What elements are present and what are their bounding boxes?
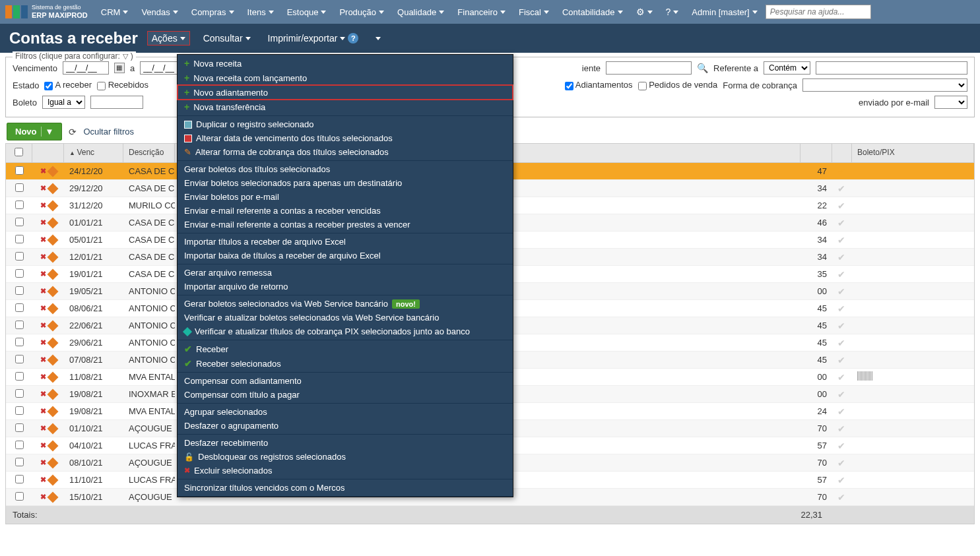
row-checkbox[interactable]	[15, 475, 24, 483]
col-descricao[interactable]: Descrição	[123, 144, 175, 162]
row-checkbox[interactable]	[15, 338, 24, 346]
menu-item[interactable]: Verificar e atualizar títulos de cobranç…	[178, 324, 513, 338]
menu-item[interactable]: Importar baixa de títulos a receber de a…	[178, 249, 513, 263]
menu-item[interactable]: Duplicar o registro selecionado	[178, 117, 513, 131]
forma-cobranca-select[interactable]	[802, 78, 967, 92]
help-icon[interactable]: ?	[348, 33, 358, 44]
delete-icon[interactable]: ✖	[40, 338, 46, 347]
referente-input[interactable]	[816, 61, 967, 75]
row-checkbox[interactable]	[15, 286, 24, 295]
menu-item[interactable]: Enviar e-mail referente a contas a receb…	[178, 204, 513, 218]
menu-item[interactable]: +Nova receita com lançamento	[178, 71, 513, 85]
menu-item[interactable]: 🔓Desbloquear os registros selecionados	[178, 450, 513, 464]
menu-item[interactable]: Agrupar selecionados	[178, 405, 513, 419]
menu-item[interactable]: ✎Alterar forma de cobrança dos títulos s…	[178, 145, 513, 159]
menu-item[interactable]: Enviar e-mail referente a contas a receb…	[178, 218, 513, 232]
delete-icon[interactable]: ✖	[40, 458, 46, 467]
delete-icon[interactable]: ✖	[40, 304, 46, 313]
boleto-select[interactable]: Igual a	[42, 96, 85, 109]
consultar-menu[interactable]: Consultar	[199, 32, 255, 45]
nav-produção[interactable]: Produção	[334, 5, 389, 20]
menu-item[interactable]: +Nova receita	[178, 56, 513, 71]
boleto-input[interactable]	[90, 96, 143, 109]
row-checkbox[interactable]	[15, 303, 24, 312]
row-checkbox[interactable]	[15, 492, 24, 501]
delete-icon[interactable]: ✖	[40, 184, 46, 193]
enviado-email-select[interactable]	[934, 96, 967, 109]
edit-icon[interactable]	[47, 491, 58, 503]
delete-icon[interactable]: ✖	[40, 407, 46, 416]
menu-item[interactable]: Gerar arquivo remessa	[178, 266, 513, 280]
menu-item[interactable]: Compensar com título a pagar	[178, 388, 513, 402]
row-checkbox[interactable]	[15, 423, 24, 432]
menu-item[interactable]: ✖Excluir selecionados	[178, 464, 513, 478]
edit-icon[interactable]	[47, 423, 58, 434]
edit-icon[interactable]	[47, 303, 58, 314]
nav-compras[interactable]: Compras	[186, 5, 240, 20]
edit-icon[interactable]	[47, 457, 58, 468]
settings-menu[interactable]: ⚙	[631, 4, 658, 20]
row-checkbox[interactable]	[15, 252, 24, 261]
imprimir-menu[interactable]: Imprimir/exportar?	[264, 32, 363, 45]
calendar-icon[interactable]: ▦	[114, 63, 125, 73]
edit-icon[interactable]	[47, 251, 58, 263]
edit-icon[interactable]	[47, 474, 58, 485]
edit-icon[interactable]	[47, 183, 58, 194]
menu-item[interactable]: Desfazer o agrupamento	[178, 419, 513, 433]
nav-financeiro[interactable]: Financeiro	[452, 5, 511, 20]
a-receber-checkbox[interactable]: A receber	[44, 80, 92, 90]
pedidos-venda-checkbox[interactable]: Pedidos de venda	[638, 80, 718, 90]
adiantamentos-checkbox[interactable]: Adiantamentos	[565, 80, 633, 90]
referente-select[interactable]: Contém	[764, 61, 810, 75]
search-help-input[interactable]	[766, 5, 871, 19]
delete-icon[interactable]: ✖	[40, 218, 46, 227]
col-boleto[interactable]: Boleto/PIX	[852, 144, 974, 162]
menu-item[interactable]: Desfazer recebimento	[178, 436, 513, 450]
menu-item[interactable]: Enviar boletos por e-mail	[178, 190, 513, 204]
novo-button[interactable]: Novo▼	[7, 123, 62, 140]
nav-itens[interactable]: Itens	[242, 5, 279, 20]
acoes-menu[interactable]: Ações	[147, 31, 190, 46]
menu-item[interactable]: Importar títulos a receber de arquivo Ex…	[178, 235, 513, 249]
menu-item[interactable]: +Nova transferência	[178, 100, 513, 114]
row-checkbox[interactable]	[15, 321, 24, 329]
delete-icon[interactable]: ✖	[40, 253, 46, 261]
nav-fiscal[interactable]: Fiscal	[513, 5, 554, 20]
row-checkbox[interactable]	[15, 269, 24, 278]
edit-icon[interactable]	[47, 388, 58, 400]
nav-crm[interactable]: CRM	[96, 5, 134, 20]
menu-item[interactable]: Sincronizar títulos vencidos com o Merco…	[178, 481, 513, 495]
menu-item[interactable]: Compensar com adiantamento	[178, 374, 513, 388]
delete-icon[interactable]: ✖	[40, 270, 46, 278]
more-menu[interactable]	[372, 36, 385, 42]
col-venc[interactable]: Venc	[64, 144, 123, 162]
menu-item[interactable]: Alterar data de vencimento dos títulos s…	[178, 131, 513, 145]
edit-icon[interactable]	[47, 440, 58, 451]
refresh-icon[interactable]: ⟳	[69, 127, 77, 137]
edit-icon[interactable]	[47, 268, 58, 280]
delete-icon[interactable]: ✖	[40, 476, 46, 484]
row-checkbox[interactable]	[15, 406, 24, 415]
delete-icon[interactable]: ✖	[40, 287, 46, 295]
help-menu[interactable]: ?	[661, 4, 684, 20]
delete-icon[interactable]: ✖	[40, 167, 46, 175]
nav-vendas[interactable]: Vendas	[136, 5, 183, 20]
menu-item[interactable]: +Novo adiantamento	[178, 85, 513, 100]
edit-icon[interactable]	[47, 286, 58, 297]
delete-icon[interactable]: ✖	[40, 424, 46, 433]
row-checkbox[interactable]	[15, 166, 24, 175]
select-all-header[interactable]	[6, 144, 32, 162]
row-checkbox[interactable]	[15, 458, 24, 466]
row-checkbox[interactable]	[15, 372, 24, 381]
menu-item[interactable]: Verificar e atualizar boletos selecionad…	[178, 311, 513, 324]
row-checkbox[interactable]	[15, 389, 24, 398]
menu-item[interactable]: Gerar boletos selecionados via Web Servi…	[178, 297, 513, 311]
delete-icon[interactable]: ✖	[40, 321, 46, 330]
delete-icon[interactable]: ✖	[40, 355, 46, 364]
admin-menu[interactable]: Admin [master]	[686, 5, 762, 20]
row-checkbox[interactable]	[15, 218, 24, 226]
nav-contabilidade[interactable]: Contabilidade	[557, 5, 628, 20]
edit-icon[interactable]	[47, 200, 58, 211]
menu-item[interactable]: ✔Receber	[178, 342, 513, 356]
recebidos-checkbox[interactable]: Recebidos	[97, 80, 148, 90]
